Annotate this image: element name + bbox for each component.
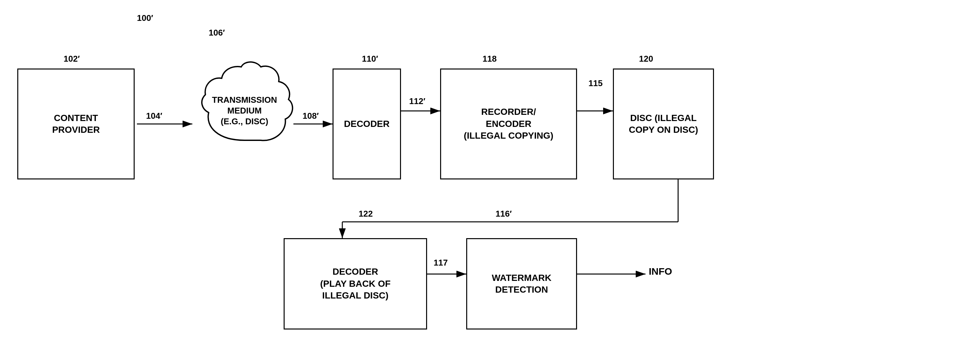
svg-text:TRANSMISSION: TRANSMISSION (212, 95, 277, 105)
ref-115: 115 (589, 78, 603, 88)
svg-text:MEDIUM: MEDIUM (227, 106, 261, 115)
ref-117: 117 (434, 258, 448, 268)
ref-118: 118 (482, 54, 496, 64)
disc-illegal-label: DISC (ILLEGALCOPY ON DISC) (629, 112, 698, 136)
decoder-bottom-box: DECODER(PLAY BACK OFILLEGAL DISC) (284, 238, 427, 329)
decoder-top-box: DECODER (332, 69, 401, 179)
recorder-encoder-label: RECORDER/ENCODER(ILLEGAL COPYING) (464, 106, 554, 142)
disc-illegal-box: DISC (ILLEGALCOPY ON DISC) (613, 69, 714, 179)
content-provider-label: CONTENTPROVIDER (52, 112, 100, 136)
ref-106: 106′ (208, 28, 225, 38)
transmission-medium-cloud: TRANSMISSION MEDIUM (E.G., DISC) (192, 56, 297, 160)
content-provider-box: CONTENTPROVIDER (17, 69, 135, 179)
svg-text:(E.G., DISC): (E.G., DISC) (221, 117, 268, 126)
decoder-top-label: DECODER (344, 118, 390, 130)
ref-108: 108′ (302, 111, 319, 121)
watermark-detection-box: WATERMARKDETECTION (466, 238, 577, 329)
recorder-encoder-box: RECORDER/ENCODER(ILLEGAL COPYING) (440, 69, 577, 179)
info-label: INFO (649, 266, 672, 277)
ref-116: 116′ (496, 209, 512, 219)
ref-104: 104′ (146, 111, 162, 121)
ref-110: 110′ (362, 54, 378, 64)
decoder-bottom-label: DECODER(PLAY BACK OFILLEGAL DISC) (320, 266, 391, 302)
ref-120: 120 (639, 54, 653, 64)
watermark-detection-label: WATERMARKDETECTION (492, 272, 551, 296)
diagram: 100′ 102′ CONTENTPROVIDER 106′ TRANSMISS… (0, 0, 980, 337)
ref-100: 100′ (137, 13, 153, 23)
ref-122: 122 (359, 209, 372, 219)
ref-112: 112′ (409, 96, 425, 106)
ref-102: 102′ (64, 54, 80, 64)
